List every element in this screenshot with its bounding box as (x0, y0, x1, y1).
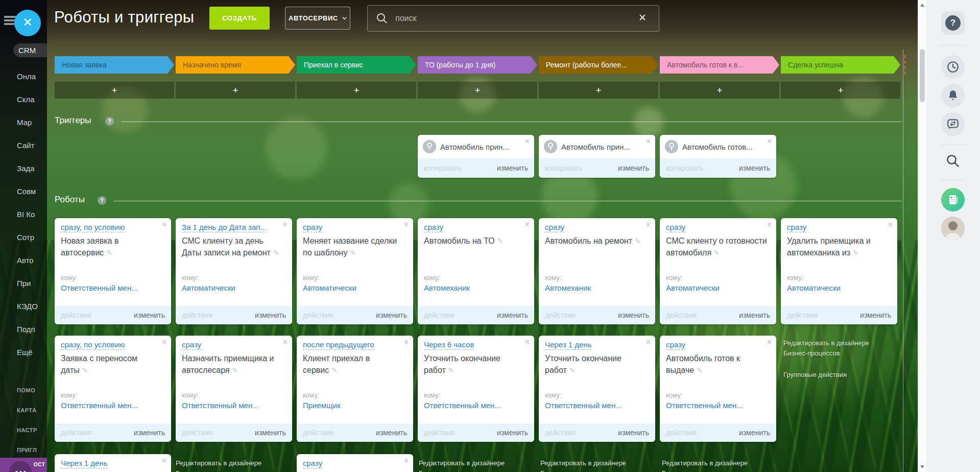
trigger-card[interactable]: Автомобиль прин... × копировать изменить (418, 135, 534, 178)
robot-card[interactable]: сразу × Удалить приемщика и автомеханика… (781, 218, 897, 324)
pipeline-selector-button[interactable]: АВТОСЕРВИС (285, 7, 350, 30)
robot-card[interactable]: сразу × Назначить приемщика и автослесар… (176, 336, 292, 442)
robot-assignee-link[interactable]: Автоматически (787, 284, 890, 292)
close-icon[interactable]: × (283, 220, 288, 229)
robot-card[interactable]: сразу × Автомобиль на ТО✎ кому: Автомеха… (418, 218, 534, 324)
robot-edit-link[interactable]: изменить (739, 311, 770, 319)
trigger-copy-link[interactable]: копировать (666, 164, 704, 172)
sidebar-item-automation[interactable]: Авто (17, 256, 47, 265)
trigger-copy-link[interactable]: копировать (424, 164, 462, 172)
stage-maintenance[interactable]: ТО (работы до 1 дня) (418, 56, 537, 74)
sidebar-item-subscr[interactable]: Подп (17, 325, 47, 334)
robot-when-link[interactable]: Через 1 день (545, 340, 591, 350)
close-icon[interactable]: × (888, 220, 893, 229)
slider-history-button[interactable] (941, 55, 965, 79)
designer-edit-link[interactable]: Редактировать в дизайнере Бизнес-процесс… (783, 338, 893, 359)
add-robot-button[interactable]: + (176, 82, 295, 99)
robot-actions-link[interactable]: действия (666, 429, 697, 437)
robot-actions-link[interactable]: действия (545, 429, 576, 437)
close-icon[interactable]: × (646, 137, 651, 146)
close-icon[interactable]: × (283, 338, 288, 347)
robot-when-link[interactable]: сразу (182, 340, 201, 350)
trigger-edit-link[interactable]: изменить (618, 164, 649, 172)
robot-when-link[interactable]: За 1 день до Дата зап... (182, 223, 267, 232)
robot-edit-link[interactable]: изменить (618, 429, 649, 437)
robots-help-icon[interactable]: ? (98, 196, 106, 205)
stage-arrived[interactable]: Приехал в сервис (297, 56, 416, 74)
close-icon[interactable]: × (525, 220, 530, 229)
robot-when-link[interactable]: после предыдущего (303, 340, 374, 350)
edit-pencil-icon[interactable]: ✎ (331, 366, 338, 374)
robot-card[interactable]: сразу, по условию × Заявка с переносом д… (55, 336, 171, 442)
robot-actions-link[interactable]: действия (666, 311, 697, 319)
trigger-copy-link[interactable]: копировать (545, 164, 583, 172)
group-actions-link[interactable]: Групповые действия (783, 371, 847, 379)
sidebar-item-crm[interactable]: CRM (13, 43, 47, 57)
designer-edit-link[interactable]: Редактировать в дизайнере Бизнес-процесс… (662, 458, 771, 472)
edit-pencil-icon[interactable]: ✎ (697, 366, 703, 374)
close-icon[interactable]: × (646, 338, 651, 347)
robot-assignee-link[interactable]: Ответственный мен... (424, 401, 527, 410)
trigger-card[interactable]: Автомобиль прин... × копировать изменить (539, 135, 655, 178)
sidebar-item-kedo[interactable]: КЭДО (17, 302, 47, 311)
close-icon[interactable]: × (162, 338, 166, 347)
robot-assignee-link[interactable]: Ответственный мен... (182, 401, 285, 410)
robot-edit-link[interactable]: изменить (860, 311, 891, 319)
triggers-help-icon[interactable]: ? (105, 117, 114, 126)
close-icon[interactable]: × (646, 220, 651, 229)
robot-card[interactable]: сразу, по условию × Новая заявка в автос… (55, 218, 171, 324)
sidebar-bottom-invite[interactable]: ПРИГЛ (17, 447, 47, 453)
stage-repair[interactable]: Ремонт (работы более... (539, 56, 658, 74)
sidebar-item-staff[interactable]: Сотр (17, 233, 47, 242)
notifications-button[interactable] (941, 84, 965, 107)
robot-actions-link[interactable]: действия (303, 429, 333, 437)
messenger-button[interactable] (941, 112, 965, 136)
rail-search-button[interactable] (941, 149, 965, 173)
close-icon[interactable]: × (767, 220, 772, 229)
robot-edit-link[interactable]: изменить (376, 311, 407, 319)
robot-actions-link[interactable]: действия (182, 429, 212, 437)
trigger-edit-link[interactable]: изменить (497, 164, 528, 172)
robot-assignee-link[interactable]: Ответственный мен... (545, 401, 648, 410)
sidebar-bottom-settings[interactable]: НАСТР (17, 427, 47, 433)
trigger-edit-link[interactable]: изменить (739, 164, 770, 172)
robot-card[interactable]: сразу × Автомобиль на ремонт✎ кому: Авто… (539, 218, 655, 324)
robot-assignee-link[interactable]: Ответственный мен... (61, 401, 164, 410)
robot-actions-link[interactable]: действия (545, 311, 576, 319)
edit-pencil-icon[interactable]: ✎ (350, 249, 356, 257)
sidebar-item-collab[interactable]: Совм (17, 187, 47, 196)
robot-edit-link[interactable]: изменить (255, 429, 286, 437)
sidebar-bottom-sitemap[interactable]: КАРТА (17, 407, 47, 413)
robot-card[interactable]: Через 6 часов × Уточнить окончание работ… (418, 336, 534, 442)
stage-deal-won[interactable]: Сделка успешна (781, 56, 900, 74)
robot-actions-link[interactable]: действия (424, 311, 455, 319)
sidebar-item-apps[interactable]: При (17, 279, 47, 288)
robot-assignee-link[interactable]: Ответственный мен... (61, 284, 164, 292)
close-icon[interactable]: × (404, 456, 409, 465)
edit-pencil-icon[interactable]: ✎ (232, 366, 238, 374)
robot-when-link[interactable]: сразу (303, 459, 322, 468)
robot-edit-link[interactable]: изменить (618, 311, 649, 319)
add-robot-button[interactable]: + (55, 82, 174, 99)
stage-time-set[interactable]: Назначено время (176, 56, 295, 74)
designer-edit-link[interactable]: Редактировать в дизайнере Бизнес-процесс… (540, 458, 650, 472)
robot-actions-link[interactable]: действия (424, 429, 455, 437)
edit-pencil-icon[interactable]: ✎ (273, 249, 279, 257)
add-robot-button[interactable]: + (660, 82, 779, 99)
scroll-up-arrow-icon[interactable] (920, 4, 924, 7)
help-button[interactable]: ? (941, 11, 965, 35)
robot-assignee-link[interactable]: Автомеханик (545, 284, 648, 292)
close-icon[interactable]: × (767, 137, 772, 146)
edit-pencil-icon[interactable]: ✎ (635, 237, 641, 245)
robot-assignee-link[interactable]: Автомеханик (424, 284, 527, 292)
robot-card[interactable]: Через 1 день × (55, 454, 171, 472)
close-icon[interactable]: × (404, 338, 409, 347)
edit-pencil-icon[interactable]: ✎ (853, 249, 859, 257)
close-icon[interactable]: × (404, 220, 409, 229)
sidebar-item-warehouse[interactable]: Скла (17, 95, 47, 104)
robot-when-link[interactable]: Через 1 день (61, 459, 107, 468)
robot-card[interactable]: сразу × (297, 454, 413, 472)
robot-actions-link[interactable]: действия (61, 311, 91, 319)
close-icon[interactable]: × (162, 220, 166, 229)
robot-assignee-link[interactable]: Автоматически (182, 284, 285, 292)
